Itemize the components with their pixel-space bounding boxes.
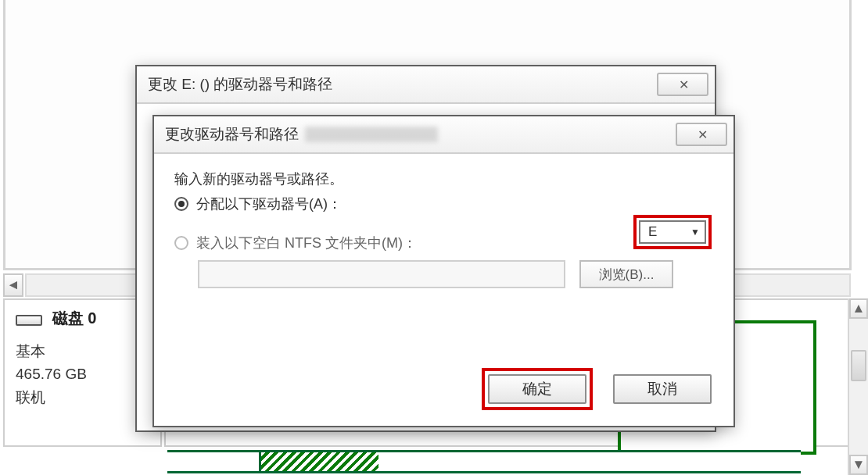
close-icon: ✕ (679, 77, 687, 92)
hscroll-left-button[interactable]: ◄ (3, 273, 23, 297)
dialog-front-titlebar[interactable]: 更改驱动器号和路径 ✕ (154, 116, 733, 154)
disk-size: 465.76 GB (16, 362, 149, 385)
dialog-back-close-button[interactable]: ✕ (657, 73, 708, 96)
ok-button-highlight: 确定 (482, 368, 593, 410)
ok-button[interactable]: 确定 (488, 374, 586, 404)
radio-mount-folder[interactable] (174, 236, 188, 250)
vscroll-thumb[interactable] (851, 350, 866, 381)
drive-letter-select[interactable]: E ▼ (639, 220, 706, 244)
mount-path-input[interactable] (198, 260, 565, 288)
dialog-back-titlebar[interactable]: 更改 E: () 的驱动器号和路径 ✕ (137, 66, 715, 104)
dialog-prompt: 输入新的驱动器号或路径。 (174, 170, 713, 188)
cancel-button[interactable]: 取消 (613, 374, 712, 404)
close-icon: ✕ (698, 127, 706, 142)
disk-title: 磁盘 0 (52, 309, 97, 327)
dialog-front-content: 输入新的驱动器号或路径。 分配以下驱动器号(A)： E ▼ 装入以下空白 NTF… (154, 154, 733, 426)
dialog-change-drive-letter: 更改驱动器号和路径 ✕ 输入新的驱动器号或路径。 分配以下驱动器号(A)： E … (152, 115, 735, 427)
mount-path-row: 浏览(B)... (174, 260, 713, 288)
disk-status: 联机 (16, 386, 149, 409)
browse-button[interactable]: 浏览(B)... (579, 260, 673, 288)
partition-legend-strip (167, 450, 801, 473)
radio-assign-letter[interactable] (174, 197, 188, 211)
vscroll-up-button[interactable]: ▲ (849, 298, 868, 319)
radio-mount-label: 装入以下空白 NTFS 文件夹中(M)： (196, 234, 417, 252)
dialog-front-button-row: 确定 取消 (482, 368, 712, 410)
chevron-down-icon: ▼ (690, 227, 700, 238)
disk-type: 基本 (16, 340, 149, 362)
radio-assign-row[interactable]: 分配以下驱动器号(A)： (174, 195, 713, 213)
disk-icon (16, 315, 42, 326)
vscrollbar[interactable]: ▲ ▼ (848, 298, 868, 475)
dialog-front-title: 更改驱动器号和路径 (165, 124, 299, 145)
dialog-back-title: 更改 E: () 的驱动器号和路径 (148, 74, 332, 95)
title-blurred-segment (305, 127, 438, 142)
drive-letter-highlight: E ▼ (633, 215, 712, 249)
radio-assign-label: 分配以下驱动器号(A)： (196, 195, 342, 213)
dialog-front-close-button[interactable]: ✕ (676, 123, 727, 146)
vscroll-down-button[interactable]: ▼ (849, 455, 868, 475)
radio-mount-row[interactable]: 装入以下空白 NTFS 文件夹中(M)： (174, 234, 713, 252)
drive-letter-value: E (648, 224, 657, 240)
